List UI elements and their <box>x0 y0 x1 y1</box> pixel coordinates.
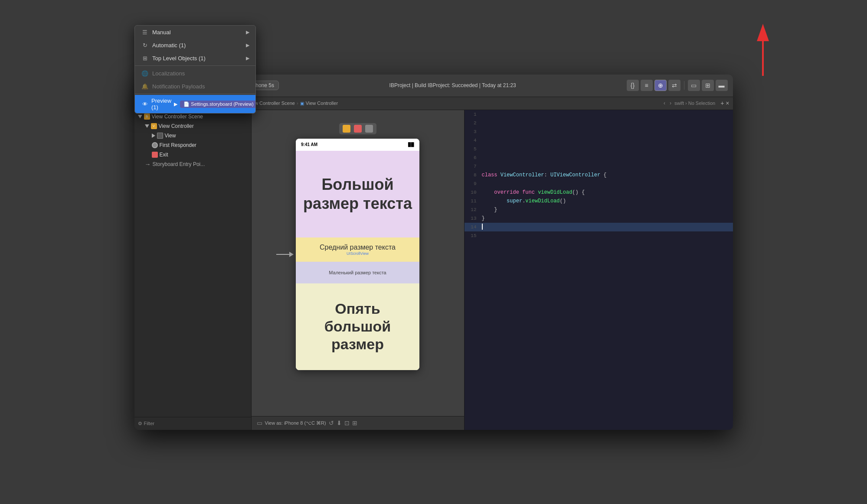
editor-close-button[interactable]: + <box>720 100 724 107</box>
code-line-12: 12 } <box>465 205 733 214</box>
canvas-area[interactable]: 9:41 AM ▉▉ Большой размер текста Средний… <box>252 110 464 430</box>
tree-label-exit: Exit <box>160 152 168 158</box>
link-button[interactable]: ⊕ <box>654 80 667 91</box>
canvas-footer-left: ▭ View as: iPhone 8 (⌥C ⌘R) ↺ ⬇ ⊡ ⊞ <box>257 419 357 426</box>
code-line-14: 14 <box>465 223 733 231</box>
menu-label-preview: Preview (1) <box>151 98 171 111</box>
section3-text: Маленький размер текста <box>329 270 386 275</box>
phone-frame: 9:41 AM ▉▉ Большой размер текста Средний… <box>296 139 419 370</box>
section-large-text: Большой размер текста <box>296 151 419 237</box>
section-medium-text: Средний размер текста UIScrollView <box>296 237 419 262</box>
menu-item-automatic[interactable]: ↻ Automatic (1) ▶ <box>135 39 255 52</box>
bc-view-controller[interactable]: View Controller <box>306 101 338 106</box>
filter-icon: ⚙ <box>138 421 142 426</box>
nav-tree: S View Controller Scene V View Controlle… <box>134 110 251 417</box>
line-num-1: 1 <box>465 110 480 119</box>
line-num-14: 14 <box>465 223 480 231</box>
line-num-3: 3 <box>465 127 480 136</box>
menu-label-manual: Manual <box>152 29 242 36</box>
vc-expand-icon <box>145 124 149 128</box>
line-num-9: 9 <box>465 179 480 188</box>
main-window: ▶ ■ ✦ IBProject › 📱 iPhone 5s IBProject … <box>134 75 733 430</box>
menu-label-automatic: Automatic (1) <box>152 42 242 49</box>
menu-item-manual[interactable]: ☰ Manual ▶ <box>135 26 255 39</box>
menu-icon-preview: 👁 <box>141 100 149 108</box>
canvas-layout-toggle[interactable]: ▭ <box>257 419 262 426</box>
scene-toolbar <box>339 123 376 134</box>
back-forward-button[interactable]: ⇄ <box>668 80 681 91</box>
code-line-6: 6 <box>465 153 733 162</box>
line-content-13: } <box>480 214 733 223</box>
scene-container: 9:41 AM ▉▉ Большой размер текста Средний… <box>296 123 419 370</box>
vc-icon: V <box>151 123 157 129</box>
line-content-8: class ViewController: UIViewController { <box>480 171 733 179</box>
scene-icon-red[interactable] <box>354 125 362 133</box>
dropdown-menu[interactable]: ☰ Manual ▶ ↻ Automatic (1) ▶ ⊞ Top Level… <box>134 25 256 114</box>
red-arrow-annotation <box>750 24 776 82</box>
menu-icon-automatic: ↻ <box>141 41 149 49</box>
lines-button[interactable]: ≡ <box>641 80 653 91</box>
code-editor[interactable]: 1 2 3 4 5 <box>465 110 733 430</box>
menu-icon-top-level: ⊞ <box>141 54 149 62</box>
layout-split-button[interactable]: ⊞ <box>702 80 714 91</box>
exit-icon <box>152 152 158 158</box>
scene-icon-gray[interactable] <box>365 125 373 133</box>
line-num-7: 7 <box>465 162 480 171</box>
phone-with-arrow: 9:41 AM ▉▉ Большой размер текста Средний… <box>296 139 419 370</box>
line-num-15: 15 <box>465 231 480 240</box>
tree-item-vc[interactable]: V View Controller <box>134 121 251 131</box>
fr-icon <box>152 142 158 148</box>
tree-item-entry-point[interactable]: → Storyboard Entry Poi... <box>134 159 251 169</box>
nav-filter-bar: ⚙ Filter <box>134 417 251 430</box>
menu-item-preview[interactable]: 👁 Preview (1) ▶ 📄 Settings.storyboard (P… <box>135 95 255 113</box>
code-line-3: 3 <box>465 127 733 136</box>
line-num-10: 10 <box>465 188 480 197</box>
menu-item-top-level[interactable]: ⊞ Top Level Objects (1) ▶ <box>135 52 255 65</box>
code-line-15: 15 <box>465 231 733 240</box>
canvas-footer: ▭ View as: iPhone 8 (⌥C ⌘R) ↺ ⬇ ⊡ ⊞ <box>252 416 464 430</box>
code-line-5: 5 <box>465 145 733 153</box>
canvas-resize[interactable]: ⊡ <box>344 419 350 426</box>
toolbar-right: {} ≡ ⊕ ⇄ ▭ ⊞ ▬ <box>627 80 728 91</box>
line-content-14 <box>480 223 733 231</box>
line-num-13: 13 <box>465 214 480 223</box>
tree-label-entry-point: Storyboard Entry Poi... <box>153 161 205 167</box>
tree-item-exit[interactable]: Exit <box>134 150 251 159</box>
menu-label-localizations: Localizations <box>152 70 249 77</box>
menu-label-top-level: Top Level Objects (1) <box>152 55 242 62</box>
status-bar: IBProject | Build IBProject: Succeeded |… <box>282 82 623 88</box>
view-expand-icon <box>152 133 155 138</box>
tree-item-fr[interactable]: First Responder <box>134 140 251 150</box>
layout-assistant-button[interactable]: ▬ <box>716 80 728 91</box>
canvas-refresh[interactable]: ↺ <box>329 419 334 426</box>
code-line-9: 9 <box>465 179 733 188</box>
phone-status-bar: 9:41 AM ▉▉ <box>296 139 419 151</box>
menu-label-notifications: Notification Payloads <box>152 83 249 90</box>
code-line-4: 4 <box>465 136 733 145</box>
scene-icon-yellow[interactable] <box>343 125 350 133</box>
curly-braces-button[interactable]: {} <box>627 80 639 91</box>
menu-arrow-manual: ▶ <box>246 29 249 35</box>
editor-bc-back[interactable]: ‹ <box>662 100 667 106</box>
menu-preview-right-label: 📄 Settings.storyboard (Preview) <box>180 101 256 108</box>
uiscrollview-label: UIScrollView <box>303 251 412 256</box>
editor-bc-forward[interactable]: › <box>668 100 673 106</box>
editor-breadcrumb: ‹ › swift › No Selection <box>662 100 719 106</box>
tree-item-view[interactable]: View <box>134 131 251 140</box>
line-content-10: override func viewDidLoad() { <box>480 188 733 197</box>
view-icon <box>157 133 163 139</box>
storyboard-entry-arrow <box>276 252 294 257</box>
menu-item-notifications: 🔔 Notification Payloads <box>135 80 255 93</box>
line-num-2: 2 <box>465 119 480 127</box>
line-num-5: 5 <box>465 145 480 153</box>
line-num-4: 4 <box>465 136 480 145</box>
code-line-11: 11 super.viewDidLoad() <box>465 197 733 205</box>
phone-battery: ▉▉ <box>408 143 414 147</box>
editor-x-button[interactable]: × <box>726 100 729 107</box>
canvas-zoom[interactable]: ⊞ <box>352 419 357 426</box>
section1-text: Большой размер текста <box>303 175 412 212</box>
expand-icon <box>138 115 142 118</box>
canvas-download[interactable]: ⬇ <box>337 419 342 426</box>
editor-panel: 1 2 3 4 5 <box>464 110 733 430</box>
layout-single-button[interactable]: ▭ <box>688 80 700 91</box>
